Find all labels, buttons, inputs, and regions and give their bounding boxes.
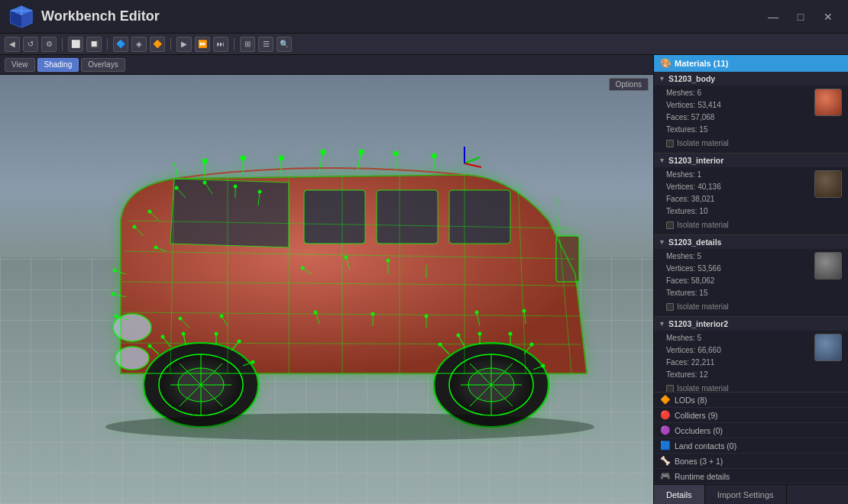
mesh-count: Meshes: 6 — [666, 87, 811, 99]
svg-point-110 — [477, 331, 481, 335]
vertex-count: Vertices: 53,566 — [666, 263, 811, 275]
toolbar-btn-13[interactable]: ☰ — [258, 37, 273, 52]
material-header[interactable]: ▼ S1203_details — [654, 235, 848, 249]
svg-rect-7 — [377, 190, 438, 244]
category-item[interactable]: 🟦 Land contacts (0) — [654, 438, 848, 454]
toolbar-separator-3 — [170, 38, 171, 50]
isolate-label: Isolate material — [677, 383, 729, 392]
toolbar-separator-2 — [107, 38, 108, 50]
isolate-label: Isolate material — [677, 137, 729, 150]
isolate-material[interactable]: Isolate material — [666, 219, 811, 231]
toolbar-btn-10[interactable]: ⏩ — [195, 37, 210, 52]
tab-import-settings[interactable]: Import Settings — [705, 485, 787, 504]
material-row: Meshes: 5 Vertices: 66,660 Faces: 22,211… — [666, 332, 842, 392]
svg-line-115 — [464, 163, 481, 167]
title-controls: — □ ✕ — [762, 6, 839, 27]
category-item[interactable]: 🔶 LODs (8) — [654, 393, 848, 408]
toolbar-btn-14[interactable]: 🔍 — [277, 37, 292, 52]
toolbar-btn-6[interactable]: 🔷 — [113, 37, 128, 52]
svg-point-79 — [386, 258, 390, 262]
vertex-count: Vertices: 53,414 — [666, 99, 811, 111]
svg-point-76 — [257, 189, 261, 193]
material-name: S1203_interior — [668, 156, 723, 165]
category-icon: 🦴 — [660, 456, 671, 466]
face-count: Faces: 58,062 — [666, 275, 811, 287]
material-info: Meshes: 6 Vertices: 53,414 Faces: 57,068… — [666, 87, 811, 150]
isolate-material[interactable]: Isolate material — [666, 383, 811, 392]
isolate-material[interactable]: Isolate material — [666, 137, 811, 150]
toolbar-btn-4[interactable]: ⬜ — [68, 37, 83, 52]
svg-point-43 — [241, 156, 245, 160]
category-icon: 🟦 — [660, 441, 671, 451]
maximize-button[interactable]: □ — [790, 6, 811, 27]
category-icon: 🟣 — [660, 425, 671, 435]
category-icon: 🎮 — [660, 471, 671, 481]
isolate-checkbox[interactable] — [666, 140, 674, 147]
category-item[interactable]: 🎮 Runtime details — [654, 469, 848, 484]
isolate-checkbox[interactable] — [666, 385, 674, 392]
view-button[interactable]: View — [5, 58, 35, 72]
svg-point-77 — [300, 266, 304, 270]
toolbar-separator-1 — [62, 38, 63, 50]
toolbar-btn-3[interactable]: ⚙ — [41, 37, 57, 52]
toolbar-btn-9[interactable]: ▶ — [176, 37, 192, 52]
toolbar-btn-8[interactable]: 🔶 — [150, 37, 165, 52]
category-label: Bones (3 + 1) — [675, 457, 723, 466]
material-name: S1203_body — [668, 74, 715, 83]
svg-point-80 — [178, 316, 182, 320]
isolate-label: Isolate material — [677, 219, 729, 231]
shading-button[interactable]: Shading — [37, 58, 79, 72]
svg-point-113 — [541, 363, 545, 367]
material-header[interactable]: ▼ S1203_body — [654, 72, 848, 86]
svg-line-114 — [464, 157, 480, 163]
svg-point-44 — [279, 156, 283, 160]
toolbar-btn-5[interactable]: 🔲 — [86, 37, 102, 52]
isolate-checkbox[interactable] — [666, 221, 674, 229]
options-button[interactable]: Options — [609, 78, 649, 91]
vertex-count: Vertices: 40,136 — [666, 181, 811, 193]
app-logo-icon — [9, 5, 34, 29]
overlays-button[interactable]: Overlays — [81, 58, 125, 72]
svg-point-42 — [202, 159, 207, 163]
minimize-button[interactable]: — — [762, 6, 784, 27]
mesh-count: Meshes: 5 — [666, 332, 811, 344]
svg-point-75 — [233, 184, 237, 188]
category-item[interactable]: 🔴 Colliders (9) — [654, 408, 848, 423]
toolbar-btn-2[interactable]: ↺ — [23, 37, 38, 52]
material-info: Meshes: 5 Vertices: 66,660 Faces: 22,211… — [666, 332, 811, 392]
toolbar-btn-7[interactable]: ◈ — [131, 37, 147, 52]
toolbar-btn-1[interactable]: ◀ — [5, 37, 20, 52]
svg-point-109 — [456, 333, 460, 337]
isolate-material[interactable]: Isolate material — [666, 301, 811, 313]
vertex-count: Vertices: 66,660 — [666, 344, 811, 357]
material-header[interactable]: ▼ S1203_interior — [654, 153, 848, 167]
category-item[interactable]: 🟣 Occluders (0) — [654, 423, 848, 438]
toolbar-btn-12[interactable]: ⊞ — [240, 37, 255, 52]
svg-point-47 — [393, 151, 398, 156]
category-icon: 🔴 — [660, 410, 671, 420]
viewport[interactable]: View Shading Overlays Options — [0, 55, 653, 504]
face-count: Faces: 57,068 — [666, 111, 811, 124]
svg-point-78 — [344, 255, 348, 259]
category-item[interactable]: 🦴 Bones (3 + 1) — [654, 454, 848, 469]
svg-point-102 — [147, 344, 151, 347]
close-button[interactable]: ✕ — [817, 6, 839, 27]
material-content: Meshes: 5 Vertices: 53,566 Faces: 58,062… — [654, 249, 848, 316]
mat-arrow-icon: ▼ — [659, 157, 665, 164]
isolate-checkbox[interactable] — [666, 303, 674, 311]
materials-list[interactable]: ▼ S1203_body Meshes: 6 Vertices: 53,414 … — [654, 72, 848, 392]
tab-details[interactable]: Details — [654, 485, 705, 504]
texture-count: Textures: 10 — [666, 205, 811, 218]
svg-point-103 — [160, 334, 164, 338]
svg-point-108 — [438, 342, 442, 346]
material-header[interactable]: ▼ S1203_interior2 — [654, 317, 848, 331]
svg-point-74 — [202, 180, 206, 184]
right-panel: 🎨 Materials (11) ▼ S1203_body Meshes: 6 … — [653, 55, 848, 504]
mesh-count: Meshes: 1 — [666, 169, 811, 181]
category-label: Runtime details — [675, 472, 730, 481]
mat-arrow-icon: ▼ — [659, 320, 665, 328]
svg-point-111 — [508, 331, 512, 335]
material-section: ▼ S1203_interior2 Meshes: 5 Vertices: 66… — [654, 317, 848, 392]
face-count: Faces: 38,021 — [666, 193, 811, 205]
toolbar-btn-11[interactable]: ⏭ — [213, 37, 228, 52]
